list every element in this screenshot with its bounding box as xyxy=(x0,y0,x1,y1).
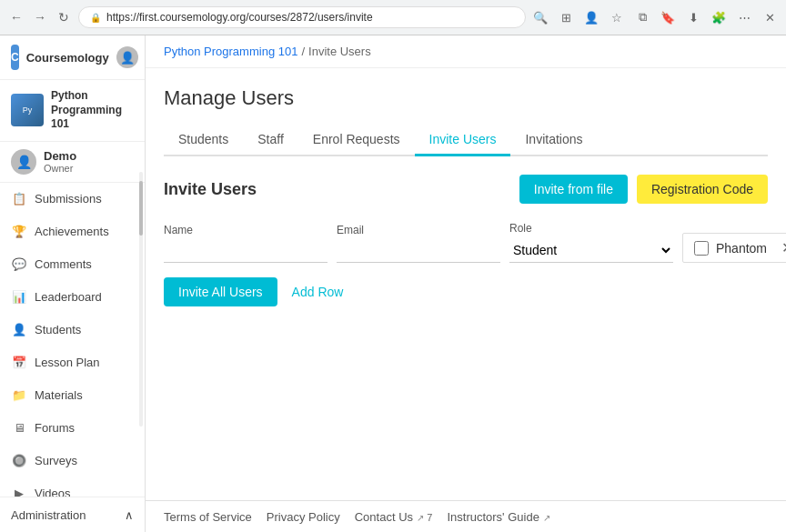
sidebar-item-achievements[interactable]: 🏆 Achievements xyxy=(0,216,145,248)
admin-chevron-icon: ∧ xyxy=(125,508,134,522)
phantom-label: Phantom xyxy=(716,241,767,256)
invite-users-title: Invite Users xyxy=(164,180,257,199)
user-role: Owner xyxy=(44,163,76,174)
brand-avatar[interactable]: 👤 xyxy=(116,46,138,68)
brand-name: Coursemology xyxy=(26,51,109,65)
sidebar-item-label: Forums xyxy=(35,421,75,435)
back-button[interactable]: ← xyxy=(7,8,25,26)
admin-section: Administration ∧ xyxy=(0,497,145,532)
email-field-col: Email xyxy=(337,224,500,263)
browser-chrome: ← → ↻ 🔒 https://first.coursemology.org/c… xyxy=(0,0,786,35)
sidebar-item-label: Lesson Plan xyxy=(35,356,100,369)
url-text: https://first.coursemology.org/courses/2… xyxy=(106,11,373,24)
extension-icon[interactable]: 🧩 xyxy=(710,8,728,26)
user-avatar-icon: 👤 xyxy=(11,149,36,175)
lesson-plan-icon: 📅 xyxy=(11,355,27,371)
sidebar-course[interactable]: Py Python Programming 101 xyxy=(0,80,145,142)
toolbar-icons: 🔍 ⊞ 👤 ☆ ⧉ 🔖 ⬇ 🧩 ⋯ ✕ xyxy=(531,8,779,26)
name-field-col: Name xyxy=(164,224,328,263)
role-select[interactable]: Student Observer Staff Teaching Assistan… xyxy=(509,238,673,263)
footer-instructors-guide-link[interactable]: Instructors' Guide ↗ xyxy=(447,510,549,524)
sidebar-item-videos[interactable]: ▶ Videos xyxy=(0,477,145,497)
sidebar-item-label: Materials xyxy=(35,388,83,402)
phantom-close-button[interactable]: ✕ xyxy=(781,239,786,256)
name-input[interactable] xyxy=(164,240,328,263)
sidebar-item-students[interactable]: 👤 Students xyxy=(0,314,145,346)
sidebar-item-forums[interactable]: 🖥 Forums xyxy=(0,412,145,445)
breadcrumb-course-link[interactable]: Python Programming 101 xyxy=(164,45,297,58)
split-icon[interactable]: ⧉ xyxy=(633,8,651,26)
app-container: C Coursemology 👤 Py Python Programming 1… xyxy=(0,35,786,532)
header-buttons: Invite from file Registration Code xyxy=(519,175,768,204)
name-label: Name xyxy=(164,224,328,236)
phantom-row: Phantom ✕ xyxy=(682,233,786,263)
tab-invite-users[interactable]: Invite Users xyxy=(415,125,511,156)
email-input[interactable] xyxy=(337,240,500,263)
footer-terms-link[interactable]: Terms of Service xyxy=(164,510,252,524)
main-content: Python Programming 101 / Invite Users Ma… xyxy=(146,35,786,532)
sidebar-item-label: Students xyxy=(35,323,81,336)
forward-button[interactable]: → xyxy=(31,8,49,26)
sidebar-item-label: Submissions xyxy=(35,192,102,206)
sidebar-item-label: Videos xyxy=(35,487,71,497)
refresh-button[interactable]: ↻ xyxy=(55,8,73,26)
invite-all-users-button[interactable]: Invite All Users xyxy=(164,277,277,306)
more-icon[interactable]: ⋯ xyxy=(735,8,753,26)
forums-icon: 🖥 xyxy=(11,420,27,437)
achievements-icon: 🏆 xyxy=(11,224,27,240)
students-icon: 👤 xyxy=(11,322,27,338)
surveys-icon: 🔘 xyxy=(11,453,27,469)
address-bar[interactable]: 🔒 https://first.coursemology.org/courses… xyxy=(78,6,526,28)
footer: Terms of Service Privacy Policy Contact … xyxy=(146,500,786,532)
videos-icon: ▶ xyxy=(11,486,27,497)
bookmark-icon[interactable]: 🔖 xyxy=(659,8,677,26)
sidebar-scroll-thumb xyxy=(139,181,143,236)
sidebar-item-comments[interactable]: 💬 Comments xyxy=(0,248,145,281)
profile-icon[interactable]: 👤 xyxy=(582,8,600,26)
sidebar-item-materials[interactable]: 📁 Materials xyxy=(0,379,145,412)
page-title: Manage Users xyxy=(164,86,768,110)
submissions-icon: 📋 xyxy=(11,191,27,207)
close-icon[interactable]: ✕ xyxy=(761,8,779,26)
tab-staff[interactable]: Staff xyxy=(243,125,298,156)
breadcrumb: Python Programming 101 / Invite Users xyxy=(146,35,786,68)
sidebar-user: 👤 Demo Owner xyxy=(0,142,145,183)
registration-code-button[interactable]: Registration Code xyxy=(637,175,768,204)
footer-terms-label: Terms of Service xyxy=(164,510,252,524)
sidebar-item-lesson-plan[interactable]: 📅 Lesson Plan xyxy=(0,346,145,379)
footer-contact-label: Contact Us xyxy=(355,510,413,524)
contact-badge: 7 xyxy=(427,512,432,523)
add-row-button[interactable]: Add Row xyxy=(292,285,344,299)
brand-logo-icon: C xyxy=(11,45,19,70)
materials-icon: 📁 xyxy=(11,387,27,404)
sidebar-item-label: Achievements xyxy=(35,225,109,238)
footer-contact-link[interactable]: Contact Us ↗ 7 xyxy=(355,510,433,524)
footer-privacy-link[interactable]: Privacy Policy xyxy=(267,510,340,524)
sidebar-item-label: Leaderboard xyxy=(35,290,102,304)
tab-invitations[interactable]: Invitations xyxy=(510,125,597,156)
search-icon[interactable]: 🔍 xyxy=(531,8,549,26)
breadcrumb-separator: / xyxy=(301,45,305,58)
course-thumbnail: Py xyxy=(11,94,44,126)
footer-privacy-label: Privacy Policy xyxy=(267,510,340,524)
role-label: Role xyxy=(509,222,673,235)
invite-from-file-button[interactable]: Invite from file xyxy=(519,175,628,204)
instructors-external-icon: ↗ xyxy=(543,513,550,523)
breadcrumb-current: Invite Users xyxy=(308,45,371,58)
browser-toolbar: ← → ↻ 🔒 https://first.coursemology.org/c… xyxy=(0,0,786,35)
tab-enrol-requests[interactable]: Enrol Requests xyxy=(298,125,415,156)
grid-icon[interactable]: ⊞ xyxy=(557,8,575,26)
sidebar-item-surveys[interactable]: 🔘 Surveys xyxy=(0,445,145,477)
email-label: Email xyxy=(337,224,500,236)
lock-icon: 🔒 xyxy=(90,13,101,23)
user-name: Demo xyxy=(44,149,76,163)
download-icon[interactable]: ⬇ xyxy=(684,8,702,26)
sidebar-scrollbar[interactable] xyxy=(139,172,143,427)
tab-students[interactable]: Students xyxy=(164,125,243,156)
admin-header[interactable]: Administration ∧ xyxy=(11,505,134,526)
phantom-checkbox[interactable] xyxy=(694,241,709,256)
sidebar: C Coursemology 👤 Py Python Programming 1… xyxy=(0,35,146,532)
star-icon[interactable]: ☆ xyxy=(608,8,626,26)
sidebar-item-submissions[interactable]: 📋 Submissions xyxy=(0,183,145,216)
sidebar-item-leaderboard[interactable]: 📊 Leaderboard xyxy=(0,281,145,314)
